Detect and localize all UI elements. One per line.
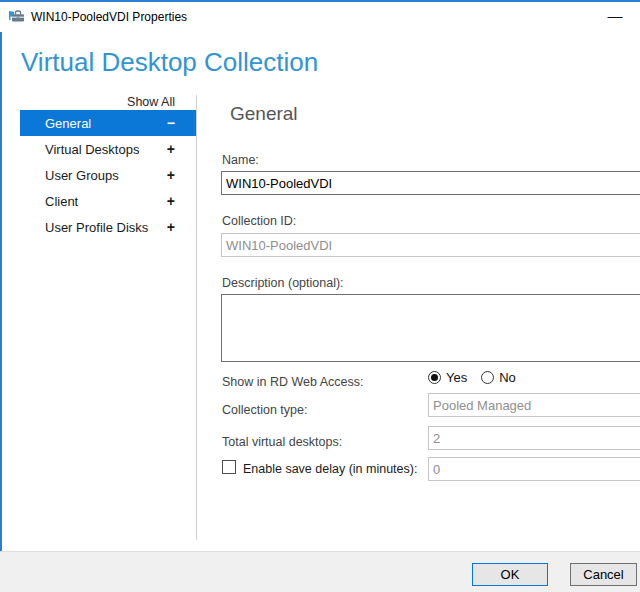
titlebar: WIN10-PooledVDI Properties — bbox=[0, 2, 640, 32]
rd-web-access-no-option[interactable]: No bbox=[481, 370, 516, 385]
collapse-icon: − bbox=[167, 115, 196, 131]
expand-icon: + bbox=[167, 219, 196, 235]
expand-icon: + bbox=[167, 141, 196, 157]
section-heading: General bbox=[230, 103, 298, 125]
name-label: Name: bbox=[222, 153, 259, 167]
radio-option-label: Yes bbox=[446, 370, 467, 385]
sidebar-nav: General − Virtual Desktops + User Groups… bbox=[20, 110, 196, 240]
show-all-link[interactable]: Show All bbox=[90, 95, 175, 109]
window-title: WIN10-PooledVDI Properties bbox=[31, 10, 187, 24]
rd-web-access-no-radio[interactable] bbox=[481, 371, 494, 384]
footer-bar: OK Cancel bbox=[0, 551, 640, 592]
sidebar-item-client[interactable]: Client + bbox=[20, 188, 196, 214]
rd-web-access-yes-radio[interactable] bbox=[428, 371, 441, 384]
total-virtual-desktops-input bbox=[428, 426, 640, 450]
sidebar-item-label: Virtual Desktops bbox=[20, 142, 167, 157]
toolbox-icon bbox=[8, 8, 25, 25]
collection-type-label: Collection type: bbox=[222, 403, 307, 417]
description-label: Description (optional): bbox=[222, 276, 344, 290]
description-textarea[interactable] bbox=[221, 294, 640, 362]
collection-id-input bbox=[221, 233, 640, 257]
sidebar-separator bbox=[196, 95, 197, 540]
rd-web-access-radio-group: Yes No bbox=[428, 370, 530, 385]
properties-dialog: { "window": { "title": "WIN10-PooledVDI … bbox=[0, 0, 640, 592]
sidebar-item-label: User Groups bbox=[20, 168, 167, 183]
cancel-button[interactable]: Cancel bbox=[570, 563, 637, 586]
expand-icon: + bbox=[167, 193, 196, 209]
collection-id-label: Collection ID: bbox=[222, 214, 296, 228]
rd-web-access-yes-option[interactable]: Yes bbox=[428, 370, 467, 385]
sidebar-item-general[interactable]: General − bbox=[20, 110, 196, 136]
radio-option-label: No bbox=[499, 370, 516, 385]
sidebar-item-label: User Profile Disks bbox=[20, 220, 167, 235]
sidebar-item-label: General bbox=[20, 116, 167, 131]
sidebar-item-user-groups[interactable]: User Groups + bbox=[20, 162, 196, 188]
total-virtual-desktops-label: Total virtual desktops: bbox=[222, 435, 342, 449]
sidebar-item-user-profile-disks[interactable]: User Profile Disks + bbox=[20, 214, 196, 240]
save-delay-input bbox=[428, 457, 640, 481]
expand-icon: + bbox=[167, 167, 196, 183]
minimize-button[interactable]: — bbox=[598, 4, 632, 28]
sidebar-item-virtual-desktops[interactable]: Virtual Desktops + bbox=[20, 136, 196, 162]
save-delay-label[interactable]: Enable save delay (in minutes): bbox=[243, 462, 417, 476]
sidebar-item-label: Client bbox=[20, 194, 167, 209]
ok-button[interactable]: OK bbox=[472, 563, 548, 586]
save-delay-checkbox[interactable] bbox=[222, 460, 236, 474]
name-input[interactable] bbox=[221, 171, 640, 195]
collection-type-input bbox=[428, 393, 640, 417]
rd-web-access-label: Show in RD Web Access: bbox=[222, 375, 364, 389]
page-title: Virtual Desktop Collection bbox=[21, 47, 318, 78]
window-border-left bbox=[0, 0, 2, 592]
